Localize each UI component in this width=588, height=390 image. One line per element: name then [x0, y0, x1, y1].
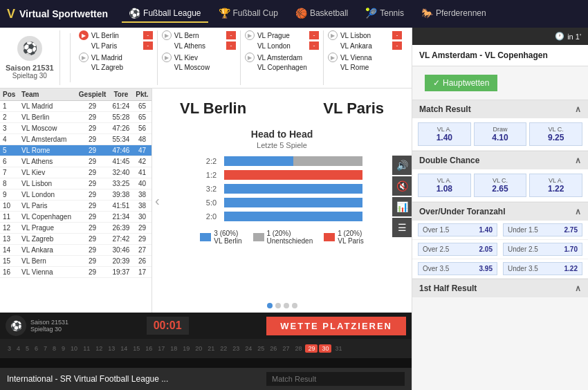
over-btn[interactable]: Over 1.51.40 — [418, 223, 497, 236]
match-row[interactable]: ▶ VL Berlin - — [79, 30, 153, 40]
tab-fussball-league[interactable]: ⚽ Fußball League — [122, 5, 208, 23]
play-btn-outline: ▶ — [162, 53, 172, 62]
tab-tennis[interactable]: 🎾 Tennis — [358, 5, 411, 23]
table-row[interactable]: 9 VL London 29 39:38 38 — [0, 189, 151, 201]
table-row[interactable]: 7 VL Kiev 29 32:40 41 — [0, 167, 151, 178]
odds-btn-draw[interactable]: Draw 4.10 — [474, 122, 527, 146]
chart-icon-btn[interactable]: 📊 — [392, 197, 412, 216]
col-team-val: VL Zagreb — [19, 234, 75, 245]
over-under-row: Over 1.51.40 Under 1.52.75 — [412, 221, 588, 240]
prev-match-button[interactable]: ‹ — [155, 193, 160, 209]
tab-basketball[interactable]: 🏀 Basketball — [288, 5, 355, 23]
odds-btn-team-a[interactable]: VL A. 1.40 — [418, 122, 471, 146]
col-played-val: 29 — [75, 167, 109, 178]
col-team-val: VL Bern — [19, 256, 75, 267]
table-row[interactable]: 14 VL Ankara 29 30:46 27 — [0, 245, 151, 256]
dot-4[interactable] — [292, 303, 297, 308]
match-result-input[interactable] — [266, 372, 405, 386]
dc-odds-btn-1[interactable]: VL A. 1.08 — [418, 174, 471, 197]
col-pos-val: 10 — [0, 201, 19, 212]
match-row[interactable]: VL Moscow — [162, 64, 236, 71]
col-played-val: 29 — [75, 178, 109, 189]
over-btn[interactable]: Over 2.52.05 — [418, 243, 497, 256]
mute-icon-btn[interactable]: 🔇 — [392, 176, 412, 196]
match-row[interactable]: ▶ VL Madrid — [79, 53, 153, 62]
over-btn[interactable]: Over 3.53.95 — [418, 262, 497, 275]
table-row[interactable]: 5 VL Rome 29 47:46 47 — [0, 145, 151, 156]
under-btn[interactable]: Under 2.51.70 — [503, 243, 582, 256]
table-row[interactable]: 1 VL Madrid 29 61:24 65 — [0, 101, 151, 112]
match-row[interactable]: ▶ VL Bern - — [162, 30, 236, 40]
tab-fussball-cup[interactable]: 🏆 Fußball Cup — [212, 5, 285, 23]
match-group-1: ▶ VL Berlin - VL Paris - ▶ VL Madrid VL … — [75, 30, 158, 85]
match-row[interactable]: ▶ VL Amsterdam — [245, 53, 319, 62]
match-row[interactable]: VL Athens - — [162, 41, 236, 50]
table-row[interactable]: 13 VL Zagreb 29 27:42 29 — [0, 234, 151, 245]
volume-icon-btn[interactable]: 🔊 — [392, 156, 412, 175]
match-row[interactable]: ▶ VL Vienna — [328, 53, 402, 62]
under-btn[interactable]: Under 3.51.22 — [503, 262, 582, 275]
col-pts-val: 42 — [133, 156, 151, 167]
dot-2[interactable] — [275, 303, 281, 308]
match-row[interactable]: VL Rome — [328, 64, 402, 71]
table-row[interactable]: 11 VL Copenhagen 29 21:34 30 — [0, 212, 151, 223]
col-played-val: 29 — [75, 223, 109, 234]
table-row[interactable]: 8 VL Lisbon 29 33:25 40 — [0, 178, 151, 189]
table-row[interactable]: 15 VL Bern 29 20:39 26 — [0, 256, 151, 267]
bar-blue — [224, 184, 362, 194]
timeline-num: 18 — [168, 345, 179, 352]
dot-3[interactable] — [284, 303, 289, 308]
table-row[interactable]: 6 VL Athens 29 41:45 42 — [0, 156, 151, 167]
timeline-num: 29 — [305, 344, 318, 353]
match-row[interactable]: ▶ VL Prague - — [245, 30, 319, 40]
hauptwetten-button[interactable]: ✓ Hauptwetten — [425, 75, 497, 91]
section-1st-half[interactable]: 1st Half Result ∧ — [412, 279, 588, 297]
col-played-val: 29 — [75, 101, 109, 112]
section-over-under[interactable]: Over/Under Toranzahl ∧ — [412, 202, 588, 221]
match-row[interactable]: ▶ VL Lisbon - — [328, 30, 402, 40]
table-row[interactable]: 10 VL Paris 29 41:51 38 — [0, 201, 151, 212]
dc-odds-btn-2[interactable]: VL C. 2.65 — [474, 174, 527, 197]
match-row[interactable]: VL London - — [245, 41, 319, 50]
table-row[interactable]: 16 VL Vienna 29 19:37 17 — [0, 267, 151, 278]
tab-basketball-label: Basketball — [310, 8, 348, 18]
section-match-result[interactable]: Match Result ∧ — [412, 100, 588, 118]
logo-v-icon: V — [7, 7, 15, 21]
table-row[interactable]: 2 VL Berlin 29 55:28 65 — [0, 112, 151, 123]
score-display: 00:01 — [147, 317, 189, 335]
col-goals-val: 41:45 — [109, 156, 133, 167]
table-row[interactable]: 3 VL Moscow 29 47:26 56 — [0, 123, 151, 134]
col-goals-val: 47:26 — [109, 123, 133, 134]
match-row[interactable]: VL Copenhagen — [245, 64, 319, 71]
match-row[interactable]: VL Ankara - — [328, 41, 402, 50]
wette-button[interactable]: WETTE PLATZIEREN — [266, 317, 406, 335]
col-pts-val: 38 — [133, 201, 151, 212]
section-double-chance-label: Double Chance — [419, 156, 479, 165]
odds-btn-team-b[interactable]: VL C. 9.25 — [529, 122, 582, 146]
bottom-season-text: Saison 21531 Spieltag 30 — [30, 319, 68, 333]
match-row[interactable]: ▶ VL Kiev — [162, 53, 236, 62]
dc-odds-btn-3[interactable]: VL A. 1.22 — [529, 174, 582, 197]
odds-value-b: 9.25 — [533, 133, 579, 142]
col-team-val: VL Paris — [19, 201, 75, 212]
over-under-row: Over 2.52.05 Under 2.51.70 — [412, 240, 588, 259]
col-team-val: VL Copenhagen — [19, 212, 75, 223]
col-team-val: VL Madrid — [19, 101, 75, 112]
under-label: Under 3.5 — [508, 265, 538, 272]
dot-1[interactable] — [267, 303, 273, 308]
odds-label-draw: Draw — [477, 126, 524, 133]
bar-score: 2:0 — [202, 212, 221, 221]
table-row[interactable]: 12 VL Prague 29 26:39 29 — [0, 223, 151, 234]
col-played-val: 29 — [75, 112, 109, 123]
under-btn[interactable]: Under 1.52.75 — [503, 223, 582, 236]
tab-pferderennen[interactable]: 🐎 Pferderennen — [414, 5, 493, 23]
col-goals: Tore — [109, 89, 133, 101]
col-goals-val: 20:39 — [109, 256, 133, 267]
section-double-chance[interactable]: Double Chance ∧ — [412, 151, 588, 169]
h2h-bar-row: 2:0 — [185, 212, 379, 221]
standings-table: Pos Team Gespielt Tore Pkt. 1 VL Madrid … — [0, 89, 152, 313]
table-row[interactable]: 4 VL Amsterdam 29 55:34 48 — [0, 134, 151, 145]
match-row[interactable]: VL Paris - — [79, 41, 153, 50]
match-row[interactable]: VL Zagreb — [79, 64, 153, 71]
list-icon-btn[interactable]: ☰ — [392, 218, 412, 237]
